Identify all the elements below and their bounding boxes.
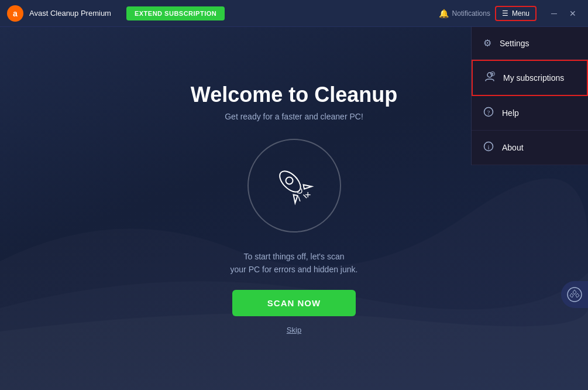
dropdown-menu: ⚙ Settings My subscriptions ? Help xyxy=(471,27,588,165)
hamburger-icon: ☰ xyxy=(502,9,508,18)
menu-item-help[interactable]: ? Help xyxy=(472,96,588,131)
minimize-button[interactable]: ─ xyxy=(546,5,562,22)
menu-label: Menu xyxy=(512,9,529,18)
help-ball-button[interactable] xyxy=(561,281,588,308)
menu-item-settings[interactable]: ⚙ Settings xyxy=(472,27,588,60)
help-icon: ? xyxy=(483,107,494,119)
rocket-icon: + xyxy=(265,156,324,215)
soccer-ball-icon xyxy=(566,286,583,303)
menu-item-about[interactable]: i About xyxy=(472,131,588,165)
settings-icon: ⚙ xyxy=(483,37,491,49)
window-controls: ─ ✕ xyxy=(546,5,581,22)
subscriptions-label: My subscriptions xyxy=(503,73,564,83)
title-bar-left: a Avast Cleanup Premium EXTEND SUBSCRIPT… xyxy=(7,5,439,22)
welcome-subtitle: Get ready for a faster and cleaner PC! xyxy=(225,112,363,121)
avast-logo-icon: a xyxy=(7,5,23,22)
extend-subscription-button[interactable]: EXTEND SUBSCRIPTION xyxy=(126,6,225,20)
help-label: Help xyxy=(502,108,519,118)
svg-marker-9 xyxy=(570,293,573,297)
svg-text:a: a xyxy=(13,9,18,18)
notifications-button[interactable]: 🔔 Notifications xyxy=(439,9,490,18)
scan-description: To start things off, let's scan your PC … xyxy=(231,250,358,276)
svg-point-11 xyxy=(487,73,492,77)
menu-button[interactable]: ☰ Menu xyxy=(495,6,537,21)
title-bar-right: 🔔 Notifications ☰ Menu ─ ✕ xyxy=(439,5,581,22)
welcome-title: Welcome to Cleanup xyxy=(191,83,397,107)
svg-marker-8 xyxy=(573,290,576,295)
about-icon: i xyxy=(483,141,494,154)
svg-text:+: + xyxy=(305,189,311,201)
close-button[interactable]: ✕ xyxy=(565,5,581,22)
app-title: Avast Cleanup Premium xyxy=(29,9,111,18)
scan-now-button[interactable]: SCAN NOW xyxy=(232,290,356,316)
title-bar: a Avast Cleanup Premium EXTEND SUBSCRIPT… xyxy=(0,0,588,27)
notifications-label: Notifications xyxy=(452,9,490,18)
bell-icon: 🔔 xyxy=(439,9,449,18)
menu-item-my-subscriptions[interactable]: My subscriptions xyxy=(472,60,588,96)
svg-marker-10 xyxy=(576,293,579,297)
svg-point-3 xyxy=(284,176,294,186)
subscriptions-icon xyxy=(484,71,495,84)
rocket-illustration: + xyxy=(247,139,341,232)
svg-text:i: i xyxy=(487,143,489,150)
about-label: About xyxy=(502,143,524,152)
skip-link[interactable]: Skip xyxy=(287,326,301,334)
svg-point-2 xyxy=(276,167,304,195)
svg-text:?: ? xyxy=(487,109,490,116)
settings-label: Settings xyxy=(500,39,529,48)
